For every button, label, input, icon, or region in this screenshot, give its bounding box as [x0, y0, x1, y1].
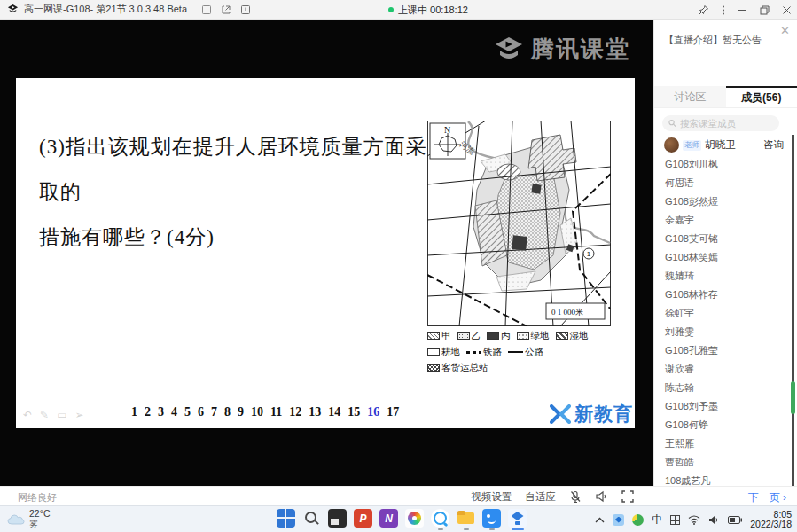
tim-taskbar-icon[interactable]	[479, 507, 504, 532]
explorer-taskbar-icon[interactable]	[453, 507, 479, 532]
page-number[interactable]: 12	[289, 405, 301, 419]
legend-label: 公路	[525, 346, 543, 358]
speaker-icon[interactable]	[595, 490, 608, 503]
member-row[interactable]: G108林祚存	[654, 286, 787, 304]
ime-grid-icon[interactable]	[670, 515, 680, 525]
member-row[interactable]: 108戚艺凡	[654, 472, 787, 486]
legend-label: 铁路	[483, 346, 502, 358]
restore-button[interactable]	[760, 5, 770, 15]
tab-members[interactable]: 成员(56)	[726, 86, 797, 107]
pin-icon[interactable]	[698, 4, 709, 16]
member-row[interactable]: G108孔雅莹	[654, 341, 787, 360]
page-number[interactable]: 11	[270, 405, 282, 419]
member-row[interactable]: 王熙雁	[654, 434, 787, 453]
page-number[interactable]: 5	[184, 405, 191, 419]
class-status-label: 上课中 00:18:12	[398, 4, 468, 17]
page-number[interactable]: 2	[145, 405, 151, 419]
running-indicator	[412, 528, 418, 530]
page-number[interactable]: 14	[328, 405, 340, 419]
page-number[interactable]: 9	[238, 405, 244, 419]
adaptive-button[interactable]: 自适应	[526, 490, 557, 504]
feedback-icon[interactable]	[240, 4, 251, 15]
classroom-taskbar-icon[interactable]	[504, 507, 530, 532]
page-number[interactable]: 7	[211, 405, 217, 419]
mic-muted-icon[interactable]	[569, 490, 582, 504]
battery-icon[interactable]	[728, 516, 742, 524]
page-number[interactable]: 13	[309, 405, 321, 419]
wifi-icon[interactable]	[688, 515, 700, 525]
member-row[interactable]: G108林笑嫣	[654, 248, 787, 267]
clock[interactable]: 8:05 2022/3/18	[750, 510, 792, 529]
member-row[interactable]: G108彭然煜	[654, 192, 787, 211]
member-row[interactable]: G108刘川枫	[654, 155, 787, 174]
teacher-row[interactable]: 老师 胡晓卫 咨询	[654, 135, 787, 155]
xinjiaoyu-brand: 新教育	[550, 402, 633, 426]
page-number[interactable]: 1	[131, 405, 137, 419]
legend-swatch	[517, 332, 529, 340]
more-menu-icon[interactable]	[722, 4, 725, 16]
tab-discussion[interactable]: 讨论区	[654, 86, 726, 107]
weather-temp: 22°C	[29, 508, 50, 519]
member-name: G108孔雅莹	[665, 344, 718, 357]
page-number[interactable]: 3	[158, 405, 164, 419]
page-number[interactable]: 15	[348, 405, 360, 419]
volume-icon[interactable]	[708, 515, 720, 525]
member-row[interactable]: G108刘予墨	[654, 397, 787, 416]
legend-item: 客货运总站	[427, 362, 488, 374]
member-name: 王熙雁	[665, 437, 694, 450]
pointer-icon[interactable]: ➢	[74, 409, 83, 421]
video-settings-button[interactable]: 视频设置	[472, 490, 512, 504]
weather-widget[interactable]: 22°C 雾	[7, 508, 50, 529]
page-number[interactable]: 10	[251, 405, 263, 419]
member-row[interactable]: 魏婧琦	[654, 267, 787, 286]
scrollbar-thumb[interactable]	[791, 381, 795, 414]
legend-swatch	[427, 348, 440, 356]
member-name: 陈志翰	[665, 381, 694, 395]
legend-item: 丙	[487, 330, 511, 342]
powerpoint-taskbar-icon[interactable]	[350, 507, 376, 532]
member-name: 何思语	[665, 176, 694, 190]
qq-taskbar-icon[interactable]	[427, 507, 453, 532]
map-scale: 0 1 000米	[551, 308, 583, 317]
member-row[interactable]: 余嘉宇	[654, 211, 787, 230]
pen-icon[interactable]: ✎	[40, 409, 49, 421]
ime-language-button[interactable]: 中	[652, 512, 662, 528]
fullscreen-icon[interactable]	[621, 490, 634, 503]
running-indicator	[512, 528, 524, 530]
member-row[interactable]: 徐虹宇	[654, 304, 787, 323]
member-row[interactable]: 谢欣睿	[654, 360, 787, 379]
member-row[interactable]: 何思语	[654, 174, 787, 192]
next-page-button[interactable]: 下一页 ›	[748, 490, 786, 505]
close-button[interactable]	[782, 5, 792, 15]
minimize-button[interactable]	[738, 5, 747, 15]
member-row[interactable]: 刘雅雯	[654, 323, 787, 341]
tray-expand-icon[interactable]	[595, 517, 605, 523]
page-number[interactable]: 4	[171, 405, 177, 419]
member-row[interactable]: 曹哲皓	[654, 453, 787, 472]
eraser-icon[interactable]: ▭	[57, 409, 66, 421]
member-row[interactable]: G108何铮	[654, 416, 787, 434]
classroom-tray-icon[interactable]	[613, 514, 624, 526]
page-number[interactable]: 6	[198, 405, 204, 419]
member-row[interactable]: G108艾可铭	[654, 230, 787, 248]
page-number[interactable]: 8	[224, 405, 231, 419]
share-icon[interactable]	[221, 4, 231, 15]
antivirus-tray-icon[interactable]	[632, 514, 644, 526]
page-number[interactable]: 16	[367, 405, 379, 419]
members-panel-icon[interactable]	[201, 4, 212, 15]
widgets-taskbar-icon[interactable]	[324, 507, 350, 532]
search-input[interactable]	[680, 118, 773, 129]
question-line-1: (3)指出该规划在提升人居环境质量方面采取的	[39, 124, 429, 215]
member-search[interactable]	[662, 115, 779, 131]
consult-button[interactable]: 咨询	[763, 138, 784, 152]
start-taskbar-icon[interactable]	[273, 507, 299, 532]
search-taskbar-icon[interactable]	[299, 507, 324, 532]
page-number[interactable]: 17	[387, 405, 399, 419]
video-stage: 腾讯课堂 (3)指出该规划在提升人居环境质量方面采取的 措施有哪些？(4分)	[0, 20, 653, 486]
undo-icon[interactable]: ↶	[23, 409, 32, 421]
member-row[interactable]: 陈志翰	[654, 379, 787, 397]
sidebar-close-icon[interactable]: ✕	[780, 24, 790, 37]
onenote-taskbar-icon[interactable]	[376, 507, 402, 532]
scrollbar-track[interactable]	[792, 135, 794, 486]
paint-taskbar-icon[interactable]	[402, 507, 427, 532]
